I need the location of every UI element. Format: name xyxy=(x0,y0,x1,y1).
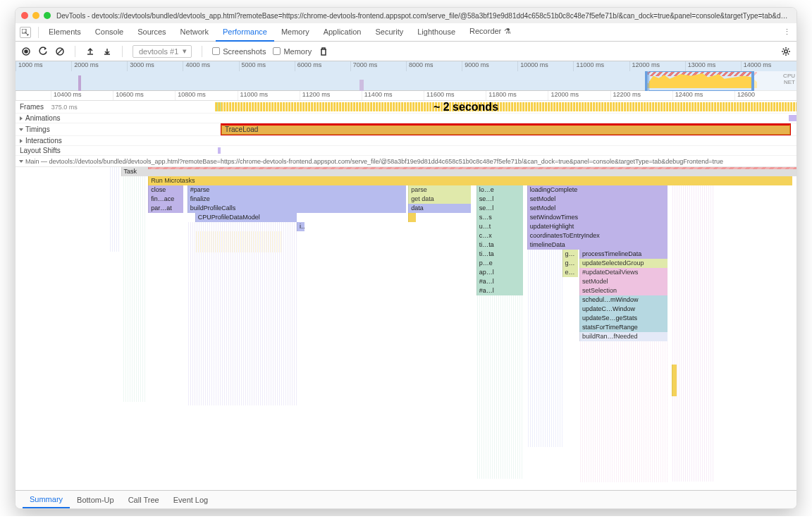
flame-microtasks[interactable]: Run Microtasks xyxy=(148,176,792,185)
recording-selector-value: devtools #1 xyxy=(139,47,178,56)
save-profile-button[interactable] xyxy=(102,47,112,56)
tab-console[interactable]: Console xyxy=(88,23,130,42)
frames-row: Frames 375.0 ms xyxy=(16,101,796,114)
svg-line-12 xyxy=(783,48,784,49)
minimize-window-button[interactable] xyxy=(32,12,39,19)
flame-process-timeline[interactable]: processTimelineData xyxy=(579,250,668,259)
flame-i[interactable]: i… xyxy=(297,222,304,231)
flame-get-data[interactable]: get data xyxy=(408,195,471,204)
flame-parse[interactable]: #parse xyxy=(187,185,406,195)
bottom-tabs: Summary Bottom-Up Call Tree Event Log xyxy=(16,490,796,508)
bottom-tab-calltree[interactable]: Call Tree xyxy=(121,492,166,508)
flame-close[interactable]: close xyxy=(148,185,183,195)
timeline-overview[interactable]: 1000 ms 2000 ms 3000 ms 4000 ms 5000 ms … xyxy=(16,61,796,91)
svg-point-7 xyxy=(785,49,787,52)
traffic-lights xyxy=(21,12,51,19)
flame-updatese-gestats[interactable]: updateSe…geStats xyxy=(579,314,668,323)
svg-line-4 xyxy=(57,49,63,54)
flame-fin-ace[interactable]: fin…ace xyxy=(148,195,183,204)
screenshots-checkbox[interactable]: Screenshots xyxy=(212,47,266,56)
tab-application[interactable]: Application xyxy=(316,23,369,42)
tab-lighthouse[interactable]: Lighthouse xyxy=(410,23,462,42)
frames-value: 375.0 ms xyxy=(51,104,78,111)
chevron-down-icon: ▾ xyxy=(183,47,187,56)
flame-build-profile-calls[interactable]: buildProfileCalls xyxy=(187,204,406,213)
record-button[interactable] xyxy=(21,47,31,56)
tab-network[interactable]: Network xyxy=(173,23,216,42)
interactions-row[interactable]: Interactions xyxy=(16,136,796,146)
zoom-window-button[interactable] xyxy=(44,12,51,19)
tab-elements[interactable]: Elements xyxy=(42,23,88,42)
flame-parse2[interactable]: parse xyxy=(408,185,471,195)
flame-chart[interactable]: Task Run Microtasks close fin…ace par…at… xyxy=(16,167,796,491)
flame-update-selected-group[interactable]: updateSelectedGroup xyxy=(579,259,668,268)
flame-buildran-fneeded[interactable]: buildRan…fNeeded xyxy=(579,332,668,341)
tab-memory[interactable]: Memory xyxy=(274,23,316,42)
flame-setselection[interactable]: setSelection xyxy=(579,286,668,295)
close-window-button[interactable] xyxy=(21,12,28,19)
flame-data[interactable]: data xyxy=(408,204,471,213)
more-menu-icon[interactable]: ⋮ xyxy=(777,27,796,37)
flame-stats-for-timerange[interactable]: statsForTimeRange xyxy=(579,323,668,332)
layout-shifts-row: Layout Shifts xyxy=(16,146,796,156)
svg-line-13 xyxy=(788,53,789,54)
settings-icon[interactable] xyxy=(781,47,791,56)
performance-toolbar: devtools #1 ▾ Screenshots Memory xyxy=(16,42,796,61)
flame-timelinedata[interactable]: timelineData xyxy=(527,240,668,250)
window-title: DevTools - devtools://devtools/bundled/d… xyxy=(56,12,791,20)
tab-performance[interactable]: Performance xyxy=(216,23,274,42)
flame-schedule-window[interactable]: schedul…mWindow xyxy=(579,295,668,305)
timings-row[interactable]: Timings TraceLoad xyxy=(16,123,796,136)
memory-checkbox[interactable]: Memory xyxy=(273,47,312,56)
flame-setmodel2[interactable]: setModel xyxy=(527,204,668,213)
bottom-tab-eventlog[interactable]: Event Log xyxy=(166,492,216,508)
load-profile-button[interactable] xyxy=(85,47,95,56)
svg-line-15 xyxy=(788,48,789,49)
overview-handle-left[interactable] xyxy=(645,71,648,91)
clear-button[interactable] xyxy=(55,47,65,56)
reload-button[interactable] xyxy=(38,47,48,56)
inspect-icon[interactable] xyxy=(20,27,31,38)
flame-setmodel3[interactable]: setModel xyxy=(579,277,668,286)
tab-security[interactable]: Security xyxy=(368,23,410,42)
flame-loading-complete[interactable]: loadingComplete xyxy=(527,185,668,195)
panel-tabs: Elements Console Sources Network Perform… xyxy=(16,23,796,42)
titlebar: DevTools - devtools://devtools/bundled/d… xyxy=(16,8,796,23)
flame-setmodel1[interactable]: setModel xyxy=(527,195,668,204)
tab-recorder[interactable]: Recorder⚗ xyxy=(462,23,518,42)
recording-selector[interactable]: devtools #1 ▾ xyxy=(133,45,192,58)
bottom-tab-summary[interactable]: Summary xyxy=(23,491,70,508)
flame-cpuprofile-model[interactable]: CPUProfileDataModel xyxy=(195,213,297,222)
tracks: Frames 375.0 ms Animations ~ 2 seconds T… xyxy=(16,101,796,491)
detail-ruler: 10400 ms 10600 ms 10800 ms 11000 ms 1120… xyxy=(16,91,796,101)
svg-point-2 xyxy=(25,50,27,53)
animations-row[interactable]: Animations ~ 2 seconds xyxy=(16,114,796,123)
flask-icon: ⚗ xyxy=(504,27,511,35)
main-thread-row[interactable]: Main — devtools://devtools/bundled/devto… xyxy=(16,156,796,167)
trace-load-bar[interactable]: TraceLoad xyxy=(221,124,790,135)
flame-finalize[interactable]: finalize xyxy=(187,195,406,204)
bottom-tab-bottomup[interactable]: Bottom-Up xyxy=(70,492,121,508)
overview-selected-range[interactable] xyxy=(648,71,754,91)
flame-updatec-window[interactable]: updateC…Window xyxy=(579,305,668,314)
flame-updatehighlight[interactable]: updateHighlight xyxy=(527,222,668,231)
flame-coords[interactable]: coordinatesToEntryIndex xyxy=(527,231,668,240)
flame-update-detail-views[interactable]: #updateDetailViews xyxy=(579,268,668,277)
svg-line-14 xyxy=(783,53,784,54)
flame-setwindowtimes[interactable]: setWindowTimes xyxy=(527,213,668,222)
tab-sources[interactable]: Sources xyxy=(130,23,173,42)
annotation-note: ~ 2 seconds xyxy=(433,101,498,114)
trash-icon[interactable] xyxy=(319,47,328,56)
flame-par-at[interactable]: par…at xyxy=(148,204,183,213)
